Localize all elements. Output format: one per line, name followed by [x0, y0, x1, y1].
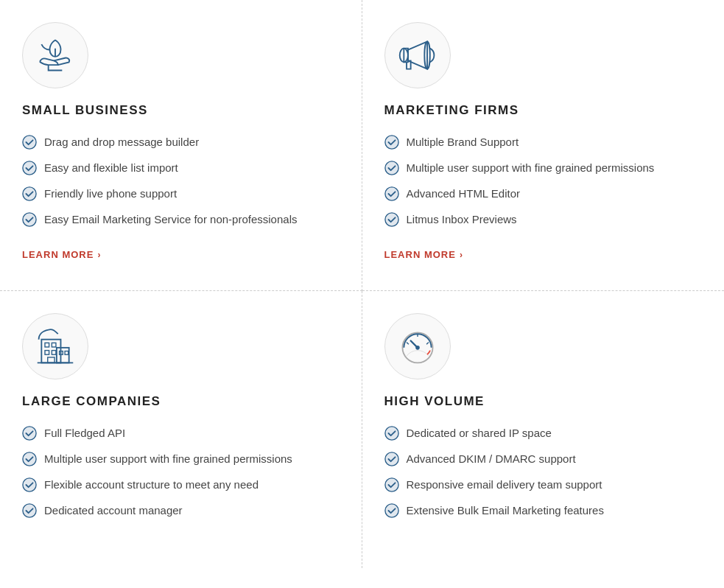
high-volume-title: HIGH VOLUME [384, 394, 703, 409]
small-business-title: SMALL BUSINESS [22, 103, 340, 118]
large-companies-feature-list: Full Fledged API Multiple user support w… [22, 425, 340, 518]
svg-point-38 [415, 346, 420, 350]
feature-text: Advanced DKIM / DMARC support [407, 451, 576, 466]
high-volume-icon-container [384, 313, 451, 379]
feature-item: Easy and flexible list import [22, 160, 340, 175]
feature-item: Flexible account structure to meet any n… [22, 477, 340, 492]
feature-text: Litmus Inbox Previews [407, 211, 517, 227]
learn-more-label: LEARN MORE [22, 249, 94, 260]
svg-rect-20 [57, 348, 69, 363]
feature-text: Easy Email Marketing Service for non-pro… [44, 211, 297, 227]
large-companies-title: LARGE COMPANIES [22, 394, 340, 409]
feature-text: Full Fledged API [44, 425, 125, 441]
svg-line-39 [407, 342, 409, 344]
section-small-business: SMALL BUSINESS Drag and drop message bui… [0, 0, 362, 291]
small-business-icon-container [22, 22, 88, 88]
feature-text: Friendly live phone support [44, 186, 177, 201]
feature-item: Extensive Bulk Email Marketing features [384, 503, 703, 518]
feature-item: Responsive email delivery team support [384, 477, 703, 492]
feature-item: Advanced HTML Editor [384, 186, 703, 201]
svg-line-41 [426, 342, 429, 344]
feature-item: Easy Email Marketing Service for non-pro… [22, 211, 340, 227]
marketing-firms-title: MARKETING FIRMS [384, 103, 703, 118]
svg-rect-23 [45, 351, 49, 355]
feature-text: Advanced HTML Editor [407, 186, 521, 201]
feature-text: Extensive Bulk Email Marketing features [407, 503, 604, 518]
marketing-firms-learn-more[interactable]: LEARN MORE› [384, 249, 463, 260]
feature-text: Dedicated account manager [44, 503, 183, 518]
feature-text: Flexible account structure to meet any n… [44, 477, 259, 492]
marketing-firms-icon-container [384, 22, 451, 88]
svg-rect-24 [52, 351, 56, 355]
small-business-feature-list: Drag and drop message builder Easy and f… [22, 134, 340, 227]
section-high-volume: HIGH VOLUME Dedicated or shared IP space… [362, 291, 725, 568]
svg-rect-21 [45, 343, 49, 347]
feature-text: Drag and drop message builder [44, 134, 199, 150]
learn-more-label: LEARN MORE [384, 249, 456, 260]
feature-text: Dedicated or shared IP space [407, 425, 552, 441]
feature-text: Multiple Brand Support [407, 134, 519, 150]
svg-rect-19 [41, 340, 60, 363]
svg-rect-27 [48, 357, 55, 363]
large-companies-icon-container [22, 313, 88, 379]
feature-text: Responsive email delivery team support [407, 477, 602, 492]
feature-item: Multiple user support with fine grained … [384, 160, 703, 175]
feature-text: Easy and flexible list import [44, 160, 178, 175]
feature-item: Multiple user support with fine grained … [22, 451, 340, 466]
small-business-learn-more[interactable]: LEARN MORE› [22, 249, 101, 260]
section-large-companies: LARGE COMPANIES Full Fledged API Multipl… [0, 291, 362, 568]
features-grid: SMALL BUSINESS Drag and drop message bui… [0, 0, 724, 568]
feature-item: Drag and drop message builder [22, 134, 340, 150]
section-marketing-firms: MARKETING FIRMS Multiple Brand Support M… [362, 0, 725, 291]
feature-text: Multiple user support with fine grained … [44, 451, 292, 466]
feature-text: Multiple user support with fine grained … [407, 160, 655, 175]
feature-item: Dedicated or shared IP space [384, 425, 703, 441]
svg-rect-26 [65, 351, 68, 355]
feature-item: Multiple Brand Support [384, 134, 703, 150]
chevron-right-icon: › [97, 250, 101, 260]
feature-item: Litmus Inbox Previews [384, 211, 703, 227]
high-volume-feature-list: Dedicated or shared IP space Advanced DK… [384, 425, 703, 518]
feature-item: Friendly live phone support [22, 186, 340, 201]
feature-item: Dedicated account manager [22, 503, 340, 518]
chevron-right-icon: › [460, 250, 463, 260]
feature-item: Full Fledged API [22, 425, 340, 441]
feature-item: Advanced DKIM / DMARC support [384, 451, 703, 466]
marketing-firms-feature-list: Multiple Brand Support Multiple user sup… [384, 134, 703, 227]
svg-rect-22 [52, 343, 56, 347]
